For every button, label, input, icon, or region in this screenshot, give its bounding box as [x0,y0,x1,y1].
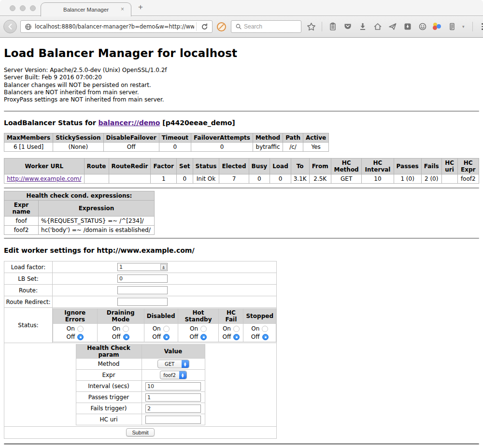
select-stepper-icon: ▲▼ [179,371,186,379]
content-blocker-icon[interactable] [217,22,226,31]
window-zoom-button[interactable] [30,5,36,11]
cell-maxmembers: 6 [1 Used] [4,143,53,152]
radio-draining-mode-off[interactable] [123,334,129,340]
worker-url-link[interactable]: http://www.example.com/ [7,175,81,182]
cell-disablefailover: Off [103,143,159,152]
window-minimize-button[interactable] [20,5,26,11]
submit-button[interactable]: Submit [126,428,154,436]
section-divider [4,111,479,112]
colored-dots-extension-icon[interactable] [433,22,441,31]
hc-uri-input[interactable] [145,416,201,424]
col-header: From [309,159,331,174]
hc-row-passes: Passes trigger [76,392,205,403]
radio-disabled-off[interactable] [163,334,170,340]
off-label: Off [152,333,161,340]
hc-row-method: Method GET ▲▼ [76,359,205,370]
feedback-smiley-icon[interactable] [418,22,427,31]
radio-hot-standby-off[interactable] [200,334,207,340]
status-cell-stopped: On Off [243,324,276,342]
balancer-demo-link[interactable]: balancer://demo [99,119,160,127]
search-input[interactable] [244,23,292,30]
off-label: Off [223,333,231,340]
cell-active: Yes [303,143,328,152]
cell-method: bytraffic [253,143,283,152]
notes-panel-icon[interactable] [447,22,456,31]
new-tab-button[interactable]: + [138,2,143,12]
loadbalancer-status-heading: LoadBalancer Status for balancer://demo … [4,119,479,127]
off-label: Off [112,333,121,340]
server-version-line: Server Version: Apache/2.5.0-dev (Unix) … [4,67,479,74]
radio-draining-mode-on[interactable] [123,326,129,332]
col-header: Route [84,159,109,174]
menu-hamburger-icon[interactable] [482,23,483,30]
col-header: StickySession [53,133,103,143]
window-controls[interactable] [10,5,36,11]
search-bar[interactable] [231,20,301,33]
downloads-icon[interactable] [358,22,367,31]
radio-ignore-errors-on[interactable] [77,326,84,332]
col-header: Expr name [4,201,39,217]
radio-hc-fail-off[interactable] [233,334,240,340]
server-built-line: Server Built: Feb 9 2016 07:00:20 [4,74,479,81]
lb-set-input[interactable] [117,275,168,283]
url-bar[interactable]: localhost:8880/balancer-manager?b=demo&w… [20,20,213,33]
cell-expression: %{REQUEST_STATUS} =~ /^[234]/ [39,217,155,226]
tab-balancer-manager[interactable]: Balancer Manager × [41,2,131,16]
cell-hc-expr: foof2 [457,174,479,184]
form-row-route: Route: [4,285,277,296]
hc-expr-select[interactable]: foof2 ▲▼ [160,371,187,379]
status-cell-disabled: On Off [144,324,178,342]
col-header: RouteRedir [109,159,151,174]
expr-row: foof2 hc('body') =~ /domain is establish… [4,226,155,235]
radio-ignore-errors-off[interactable] [77,334,84,340]
reload-icon[interactable] [200,22,209,31]
radio-hc-fail-on[interactable] [233,326,240,332]
col-header: HC Method [331,159,362,174]
col-header: Elected [219,159,249,174]
toolbar-icons: ▾ [307,22,483,31]
route-redirect-input[interactable] [117,298,168,306]
radio-hot-standby-on[interactable] [200,326,207,332]
server-info: Server Version: Apache/2.5.0-dev (Unix) … [4,67,479,103]
inherit-notice-line: Balancers are NOT inherited from main se… [4,89,479,96]
form-row-route-redirect: Route Redirect: [4,296,277,308]
col-header: Factor [151,159,177,174]
tab-close-icon[interactable]: × [121,6,124,13]
browser-window: Balancer Manager × + localhost:8880/bala… [0,0,483,448]
reader-download-icon[interactable] [403,22,412,31]
status-options-table: Ignore Errors Draining Mode Disabled Hot… [53,308,276,342]
hc-fails-input[interactable] [145,405,201,413]
hc-passes-input[interactable] [145,393,201,402]
hc-interval-label: Interval (secs) [76,381,142,392]
on-label: On [112,325,120,332]
heading-suffix: [p4420eeae_demo] [160,119,235,127]
page-content: Load Balancer Manager for localhost Serv… [0,38,483,445]
url-text[interactable]: localhost:8880/balancer-manager?b=demo&w… [35,23,194,30]
globe-icon [24,22,33,31]
bookmark-star-icon[interactable] [307,22,316,31]
on-label: On [251,325,259,332]
persist-notice-line: Balancer changes will NOT be persisted o… [4,82,479,89]
chevron-down-icon[interactable]: ▾ [462,24,465,29]
radio-stopped-on[interactable] [262,326,268,332]
radio-stopped-off[interactable] [262,334,269,340]
table-title-row: Health check cond. expressions: [4,191,155,201]
pocket-icon[interactable] [343,22,352,31]
cell-expression: hc('body') =~ /domain is established/ [39,226,155,235]
clipboard-icon[interactable] [328,22,337,31]
window-close-button[interactable] [10,5,15,11]
hc-row-expr: Expr foof2 ▲▼ [76,370,205,381]
cell-to: 3.1K [291,174,309,184]
hc-method-select[interactable]: GET ▲▼ [157,360,189,368]
back-button[interactable] [3,20,17,33]
hc-interval-input[interactable] [145,382,201,390]
number-stepper-icon[interactable]: ▲▬ [160,264,167,270]
send-icon[interactable] [388,22,397,31]
form-row-lb-set: LB Set: [4,273,277,285]
route-input[interactable] [117,286,168,294]
radio-disabled-on[interactable] [163,326,170,332]
edit-worker-form: Load factor: ▲▬ LB Set: Route: Route Red… [4,261,277,439]
load-factor-stepper[interactable]: ▲▬ [117,263,168,271]
form-row-load-factor: Load factor: ▲▬ [4,261,277,273]
home-icon[interactable] [373,22,382,31]
